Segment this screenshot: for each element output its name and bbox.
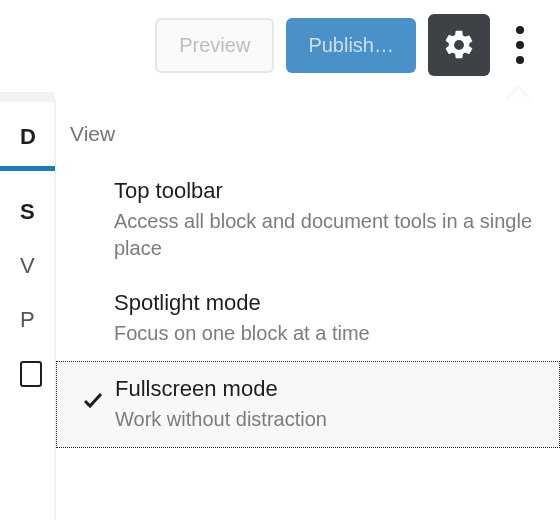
menu-item-desc: Access all block and document tools in a…	[114, 208, 546, 262]
popover-section-label: View	[56, 100, 560, 156]
kebab-dot-icon	[516, 41, 524, 49]
settings-button[interactable]	[428, 14, 490, 76]
kebab-dot-icon	[516, 26, 524, 34]
menu-item-desc: Focus on one block at a time	[114, 320, 546, 347]
sidebar-row: P	[0, 279, 55, 333]
sidebar-thumbnail-icon	[20, 361, 42, 387]
menu-item-spotlight-mode[interactable]: Spotlight mode Focus on one block at a t…	[56, 276, 560, 361]
menu-item-title: Top toolbar	[114, 178, 546, 204]
menu-item-fullscreen-mode[interactable]: Fullscreen mode Work without distraction	[56, 361, 560, 448]
view-menu: Top toolbar Access all block and documen…	[56, 156, 560, 448]
sidebar-row: V	[0, 225, 55, 279]
preview-button[interactable]: Preview	[155, 18, 274, 73]
check-column	[70, 178, 114, 190]
menu-item-desc: Work without distraction	[115, 406, 545, 433]
check-column	[70, 290, 114, 302]
view-options-popover: View Top toolbar Access all block and do…	[55, 100, 560, 520]
menu-item-top-toolbar[interactable]: Top toolbar Access all block and documen…	[56, 164, 560, 276]
menu-item-title: Fullscreen mode	[115, 376, 545, 402]
sidebar-row: S	[0, 171, 55, 225]
editor-toolbar: Preview Publish…	[0, 0, 560, 90]
check-icon	[81, 388, 105, 412]
menu-item-title: Spotlight mode	[114, 290, 546, 316]
sidebar-edge: D S V P	[0, 100, 55, 387]
kebab-dot-icon	[516, 56, 524, 64]
check-column	[71, 376, 115, 412]
publish-button[interactable]: Publish…	[286, 18, 416, 73]
more-options-button[interactable]	[502, 14, 538, 76]
gear-icon	[442, 28, 476, 62]
tab-document[interactable]: D	[0, 100, 55, 171]
